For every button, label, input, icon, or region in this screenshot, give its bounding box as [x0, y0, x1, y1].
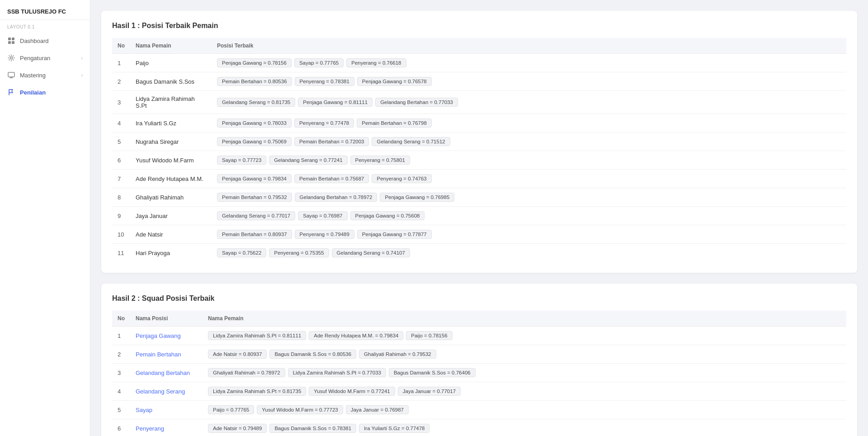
monitor-icon: [7, 71, 15, 79]
position-tag: Penjaga Gawang = 0.81111: [298, 98, 373, 107]
sidebar-item-pengaturan[interactable]: Pengaturan ›: [0, 49, 90, 66]
position-tag: Sayap = 0.77765: [294, 58, 344, 67]
position-tag: Gelandang Bertahan = 0.77033: [375, 98, 458, 107]
position-name: Penjaga Gawang: [130, 327, 203, 345]
position-tag: Penjaga Gawang = 0.75608: [350, 211, 425, 220]
position-tag: Penjaga Gawang = 0.77877: [357, 230, 432, 239]
position-tag: Pemain Bertahan = 0.79532: [217, 193, 292, 202]
section2-header-nama-pemain: Nama Pemain: [203, 311, 846, 327]
sidebar-item-label-pengaturan: Pengaturan: [20, 55, 50, 62]
position-tag: Penjaga Gawang = 0.76578: [357, 77, 432, 86]
table-row: 5Nugraha SiregarPenjaga Gawang = 0.75069…: [112, 133, 846, 151]
player-tag: Bagus Damanik S.Sos = 0.76406: [389, 368, 476, 377]
player-tags: Lidya Zamira Rahimah S.Pt = 0.81111Ade R…: [203, 327, 846, 345]
svg-rect-5: [8, 72, 14, 77]
player-tag: Yusuf Widodo M.Farm = 0.77723: [257, 405, 343, 414]
row-no: 8: [112, 188, 130, 207]
row-no: 1: [112, 54, 130, 72]
player-name: Paijo: [130, 54, 212, 72]
position-tag: Penyerang = 0.77478: [294, 118, 354, 128]
svg-rect-2: [8, 41, 11, 44]
sidebar: SSB TULUSREJO FC LAYOUT 0.1 Dashboard Pe…: [0, 0, 90, 436]
position-tags: Sayap = 0.77723Gelandang Serang = 0.7724…: [212, 151, 846, 170]
player-tag: Lidya Zamira Rahimah S.Pt = 0.81111: [208, 331, 306, 340]
table-row: 6PenyerangAde Natsir = 0.79489Bagus Dama…: [112, 419, 846, 436]
position-tag: Gelandang Serang = 0.81735: [217, 98, 295, 107]
position-tag: Gelandang Serang = 0.71512: [372, 137, 450, 146]
row-no: 3: [112, 91, 130, 114]
section2-title: Hasil 2 : Squad Posisi Terbaik: [112, 294, 846, 303]
row-no: 3: [112, 364, 130, 382]
sidebar-item-dashboard[interactable]: Dashboard: [0, 32, 90, 49]
row-no: 10: [112, 225, 130, 244]
position-tag: Gelandang Bertahan = 0.78972: [295, 193, 377, 202]
player-tag: Paijo = 0.78156: [406, 331, 452, 340]
row-no: 2: [112, 345, 130, 364]
table-row: 5SayapPaijo = 0.77765Yusuf Widodo M.Farm…: [112, 401, 846, 419]
player-tag: Ghaliyati Rahimah = 0.79532: [359, 350, 436, 359]
section1-table: No Nama Pemain Posisi Terbaik 1PaijoPenj…: [112, 38, 846, 262]
player-name: Ghaliyati Rahimah: [130, 188, 212, 207]
position-tags: Penjaga Gawang = 0.75069Pemain Bertahan …: [212, 133, 846, 151]
position-tags: Sayap = 0.75622Penyerang = 0.75355Geland…: [212, 244, 846, 262]
position-tag: Penjaga Gawang = 0.79834: [217, 174, 292, 183]
row-no: 7: [112, 170, 130, 188]
player-tag: Lidya Zamira Rahimah S.Pt = 0.77033: [288, 368, 386, 377]
position-tag: Penjaga Gawang = 0.75069: [217, 137, 292, 146]
section2-header-nama-posisi: Nama Posisi: [130, 311, 203, 327]
table-row: 4Gelandang SerangLidya Zamira Rahimah S.…: [112, 382, 846, 401]
row-no: 2: [112, 72, 130, 91]
main-content: Hasil 1 : Posisi Terbaik Pemain No Nama …: [90, 0, 868, 436]
position-tags: Pemain Bertahan = 0.80937Penyerang = 0.7…: [212, 225, 846, 244]
position-tag: Pemain Bertahan = 0.76798: [357, 118, 432, 128]
position-name: Sayap: [130, 401, 203, 419]
row-no: 4: [112, 382, 130, 401]
section2-header-no: No: [112, 311, 130, 327]
position-tag: Pemain Bertahan = 0.72003: [294, 137, 369, 146]
player-tag: Ade Natsir = 0.80937: [208, 350, 267, 359]
table-row: 3Gelandang BertahanGhaliyati Rahimah = 0…: [112, 364, 846, 382]
position-name: Gelandang Serang: [130, 382, 203, 401]
position-tag: Pemain Bertahan = 0.75687: [294, 174, 369, 183]
position-tag: Penyerang = 0.74763: [372, 174, 431, 183]
position-tags: Penjaga Gawang = 0.79834Pemain Bertahan …: [212, 170, 846, 188]
table-row: 10Ade NatsirPemain Bertahan = 0.80937Pen…: [112, 225, 846, 244]
player-tags: Ade Natsir = 0.80937Bagus Damanik S.Sos …: [203, 345, 846, 364]
player-tag: Ira Yuliarti S.Gz = 0.77478: [359, 424, 429, 433]
table-row: 3Lidya Zamira Rahimah S.PtGelandang Sera…: [112, 91, 846, 114]
player-name: Ira Yuliarti S.Gz: [130, 114, 212, 133]
position-tag: Penyerang = 0.75801: [350, 156, 410, 165]
svg-rect-1: [12, 38, 14, 40]
table-row: 2Bagus Damanik S.SosPemain Bertahan = 0.…: [112, 72, 846, 91]
player-tag: Ade Natsir = 0.79489: [208, 424, 267, 433]
position-tag: Penjaga Gawang = 0.76985: [380, 193, 454, 202]
position-tag: Penjaga Gawang = 0.78033: [217, 118, 292, 128]
sidebar-item-mastering[interactable]: Mastering ›: [0, 66, 90, 84]
position-tag: Pemain Bertahan = 0.80536: [217, 77, 292, 86]
row-no: 5: [112, 401, 130, 419]
section1-header-no: No: [112, 38, 130, 54]
position-tags: Penjaga Gawang = 0.78156Sayap = 0.77765P…: [212, 54, 846, 72]
row-no: 11: [112, 244, 130, 262]
position-tag: Penjaga Gawang = 0.78156: [217, 58, 292, 67]
player-name: Lidya Zamira Rahimah S.Pt: [130, 91, 212, 114]
position-tags: Penjaga Gawang = 0.78033Penyerang = 0.77…: [212, 114, 846, 133]
sidebar-layout-label: LAYOUT 0.1: [0, 20, 90, 32]
player-name: Hari Prayoga: [130, 244, 212, 262]
sidebar-item-penilaian[interactable]: Penilaian: [0, 84, 90, 101]
sidebar-logo: SSB TULUSREJO FC: [0, 0, 90, 20]
player-tag: Ghaliyati Rahimah = 0.78972: [208, 368, 285, 377]
position-tag: Pemain Bertahan = 0.80937: [217, 230, 292, 239]
position-tag: Penyerang = 0.76618: [346, 58, 406, 67]
table-row: 6Yusuf Widodo M.FarmSayap = 0.77723Gelan…: [112, 151, 846, 170]
chevron-right-icon2: ›: [81, 73, 83, 78]
section2-table: No Nama Posisi Nama Pemain 1Penjaga Gawa…: [112, 311, 846, 436]
position-tag: Sayap = 0.77723: [217, 156, 266, 165]
sidebar-item-label-dashboard: Dashboard: [20, 38, 49, 44]
position-tag: Gelandang Serang = 0.77017: [217, 211, 295, 220]
player-tag: Bagus Damanik S.Sos = 0.80536: [269, 350, 356, 359]
player-name: Jaya Januar: [130, 207, 212, 225]
position-tag: Penyerang = 0.79489: [295, 230, 354, 239]
player-name: Bagus Damanik S.Sos: [130, 72, 212, 91]
section2-card: Hasil 2 : Squad Posisi Terbaik No Nama P…: [101, 284, 857, 436]
